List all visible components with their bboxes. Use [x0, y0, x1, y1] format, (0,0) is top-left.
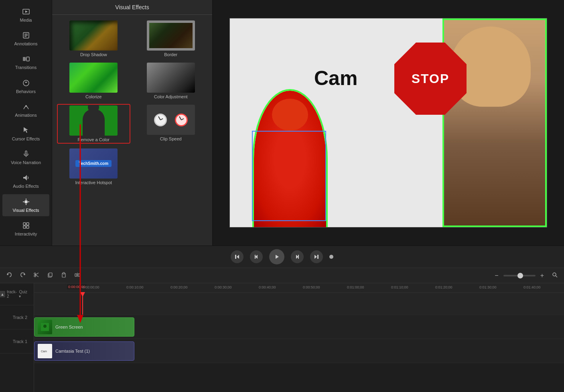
- svg-rect-44: [75, 274, 77, 276]
- effect-border[interactable]: Border: [134, 20, 208, 58]
- effect-color-adjustment[interactable]: Color Adjustment: [134, 62, 208, 100]
- zoom-minus-button[interactable]: −: [492, 270, 501, 281]
- time-marker-10: 0:01:40;00: [523, 285, 541, 289]
- time-marker-5: 0:00:50;00: [303, 285, 320, 289]
- header-track-row: [34, 293, 564, 315]
- paste-button[interactable]: [59, 270, 69, 280]
- sidebar-item-animations-label: Animations: [15, 113, 37, 118]
- time-marker-8: 0:01:20;00: [435, 285, 452, 289]
- svg-rect-21: [23, 226, 26, 228]
- effect-remove-color[interactable]: Remove a Color: [57, 104, 130, 144]
- sidebar-item-behaviors[interactable]: Behaviors: [2, 75, 49, 97]
- svg-point-47: [553, 273, 556, 276]
- redo-button[interactable]: [18, 270, 28, 280]
- track-2-row: Green Screen: [34, 315, 564, 339]
- track-header-row: + ▲ track-2 Quiz ▾: [0, 283, 34, 305]
- effect-clip-speed[interactable]: Clip Speed: [134, 104, 208, 144]
- zoom-plus-button[interactable]: +: [538, 270, 546, 281]
- interactive-hotspot-label: Interactive Hotspot: [75, 180, 112, 185]
- sidebar-item-media[interactable]: Media: [2, 4, 49, 26]
- preview-area: Cam STOP: [213, 0, 564, 246]
- svg-rect-19: [23, 223, 26, 225]
- sidebar-item-interactivity[interactable]: Interactivity: [2, 218, 49, 240]
- undo-button[interactable]: [4, 270, 14, 280]
- sidebar-item-transitions[interactable]: Transitions: [2, 51, 49, 73]
- copy-button[interactable]: [45, 270, 55, 280]
- svg-point-10: [25, 105, 27, 107]
- sidebar-item-animations[interactable]: Animations: [2, 99, 49, 121]
- drop-shadow-thumbnail: [69, 20, 118, 51]
- cut-button[interactable]: [31, 270, 42, 280]
- play-pause-button[interactable]: [269, 249, 284, 264]
- frame-step-fwd-button[interactable]: [291, 250, 304, 263]
- stop-sign: STOP: [394, 43, 467, 115]
- camtasia-test-clip[interactable]: Cam Camtasia Test (1): [34, 341, 134, 361]
- effect-interactive-hotspot[interactable]: TechSmith.com Interactive Hotspot: [57, 148, 130, 186]
- quiz-dropdown[interactable]: Quiz ▾: [19, 290, 29, 299]
- time-marker-6: 0:01:00;00: [347, 285, 364, 289]
- time-marker-7: 0:01:10;00: [391, 285, 408, 289]
- camera-text: Cam: [314, 67, 357, 90]
- preview-canvas: Cam STOP: [229, 18, 547, 227]
- svg-rect-12: [25, 151, 27, 154]
- sidebar-item-media-label: Media: [20, 18, 32, 23]
- collapse-track-button[interactable]: ▲: [0, 291, 5, 297]
- svg-rect-31: [298, 255, 299, 259]
- green-screen-clip[interactable]: Green Screen: [34, 317, 134, 337]
- effect-drop-shadow[interactable]: Drop Shadow: [57, 20, 130, 58]
- svg-point-50: [43, 325, 47, 328]
- green-screen-thumb: [38, 320, 52, 334]
- interactive-hotspot-thumbnail: TechSmith.com: [69, 148, 118, 179]
- sidebar-item-cursor-effects-label: Cursor Effects: [12, 136, 40, 142]
- colorize-label: Colorize: [85, 94, 101, 99]
- stop-text: STOP: [412, 71, 450, 86]
- sidebar: Media Annotations Transitions Behaviors …: [0, 0, 52, 246]
- video-preview: Cam STOP: [230, 18, 547, 227]
- time-marker-4: 0:00:40;00: [259, 285, 276, 289]
- svg-marker-29: [276, 255, 279, 259]
- sidebar-item-visual-effects[interactable]: Visual Effects: [2, 194, 49, 216]
- color-adjustment-label: Color Adjustment: [154, 94, 188, 99]
- search-timeline-button[interactable]: [550, 270, 560, 280]
- voice-narration-icon: [22, 150, 30, 158]
- playhead[interactable]: [82, 293, 83, 315]
- sidebar-item-annotations[interactable]: Annotations: [2, 28, 49, 50]
- time-marker-0: 0:00:00;00: [82, 285, 99, 289]
- track-1-name: Track 1: [10, 339, 30, 344]
- sidebar-item-audio-effects-label: Audio Effects: [13, 184, 39, 189]
- media-icon: [22, 7, 30, 16]
- split-button[interactable]: [72, 270, 83, 280]
- svg-marker-1: [25, 10, 28, 13]
- zoom-thumb[interactable]: [517, 273, 523, 278]
- remove-color-thumbnail: [69, 106, 118, 136]
- sidebar-item-cursor-effects[interactable]: Cursor Effects: [2, 123, 49, 145]
- camtasia-test-thumb: Cam: [38, 344, 52, 358]
- visual-effects-icon: [22, 197, 30, 206]
- sidebar-item-transitions-label: Transitions: [15, 65, 37, 70]
- svg-rect-26: [235, 255, 236, 259]
- timeline-content: + ▲ track-2 Quiz ▾ Track 2 Track 1 0:00:…: [0, 283, 564, 392]
- zoom-track[interactable]: [503, 275, 536, 276]
- zoom-slider: − +: [492, 270, 546, 281]
- frame-step-back-button[interactable]: [250, 250, 263, 263]
- drop-shadow-label: Drop Shadow: [80, 52, 107, 57]
- svg-marker-35: [23, 274, 25, 275]
- time-marker-3: 0:00:30;00: [215, 285, 232, 289]
- effects-grid: Drop Shadow Border Colorize: [52, 15, 212, 191]
- fast-forward-button[interactable]: [310, 250, 323, 263]
- annotations-icon: [22, 31, 30, 40]
- sidebar-item-annotations-label: Annotations: [14, 41, 37, 47]
- rewind-button[interactable]: [231, 250, 243, 263]
- effect-colorize[interactable]: Colorize: [57, 62, 130, 100]
- cursor-effects-icon: [22, 126, 30, 135]
- timeline-toolbar: − +: [0, 268, 564, 283]
- sidebar-item-voice-narration-label: Voice Narration: [11, 160, 41, 165]
- svg-point-37: [34, 273, 36, 274]
- elmo-figure: [254, 91, 326, 227]
- sidebar-item-voice-narration[interactable]: Voice Narration: [2, 146, 49, 169]
- sidebar-item-audio-effects[interactable]: Audio Effects: [2, 170, 49, 192]
- border-label: Border: [164, 52, 177, 57]
- remove-color-label: Remove a Color: [78, 137, 110, 142]
- hotspot-btn-preview: TechSmith.com: [75, 160, 112, 167]
- time-marker-9: 0:01:30;00: [479, 285, 497, 289]
